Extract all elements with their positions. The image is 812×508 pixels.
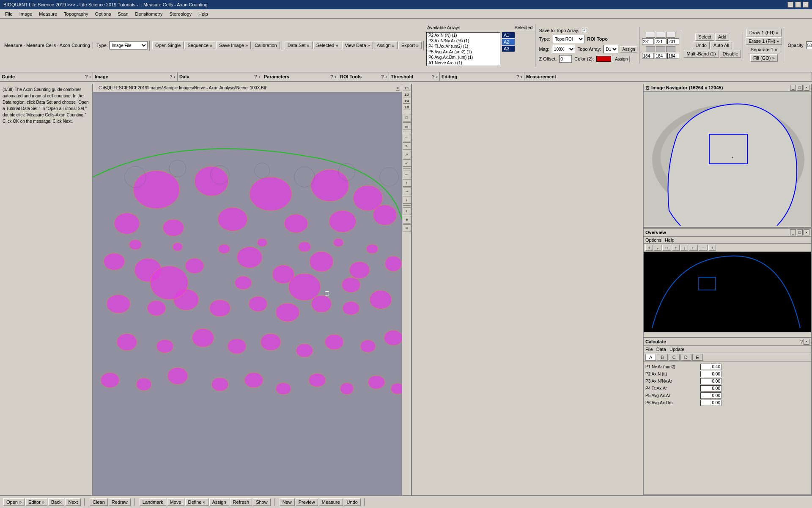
menu-densitometry[interactable]: Densitometry [132,11,166,17]
selected-a1[interactable]: A1 [502,32,515,38]
calc-tab-c[interactable]: C [669,354,680,361]
menu-measure[interactable]: Measure [36,11,60,17]
clean-button-bottom[interactable]: Clean [90,498,108,506]
back-button[interactable]: Back [48,498,64,506]
nav-maximize[interactable]: □ [797,85,803,91]
nav-controls[interactable]: _ □ × [790,85,809,91]
menu-scan[interactable]: Scan [115,11,132,17]
selected-a3[interactable]: A3 [502,46,515,52]
close-button[interactable]: × [803,2,809,8]
guide-q[interactable]: ? [85,74,88,79]
redraw-button[interactable]: Redraw [109,498,131,506]
topo-array-select[interactable]: D1 [604,45,618,53]
fill-button[interactable]: Fill (GO) » [750,54,778,62]
preview-button[interactable]: Preview [296,498,318,506]
rgb-b2-input[interactable] [667,53,679,59]
open-button[interactable]: Open » [3,498,25,506]
menu-file[interactable]: File [2,11,16,17]
rgb-r2-input[interactable] [642,53,654,59]
measure-button[interactable]: Measure [319,498,343,506]
undo-button[interactable]: Undo [693,41,710,49]
data-arrow[interactable]: › [258,74,260,79]
menu-options[interactable]: Options [92,11,115,17]
editor-button[interactable]: Editor » [25,498,47,506]
view-data-button[interactable]: View Data » [342,41,373,49]
type-select[interactable]: Image File [110,41,148,50]
undo-threshold-button[interactable]: Undo [344,498,361,506]
params-q[interactable]: ? [330,74,333,79]
array-item-p2[interactable]: P2 Ax.N (N) (1) [427,33,500,38]
save-topo-checkbox[interactable] [582,28,587,33]
assign-roi-button[interactable]: Assign [209,498,229,506]
landmark-button[interactable]: Landmark [140,498,166,506]
calc-p3-value[interactable] [700,378,721,384]
calc-tab-a[interactable]: A [645,354,656,361]
calc-controls[interactable]: ? × [800,339,809,345]
nav-close[interactable]: × [804,85,809,91]
calc-p4-value[interactable] [700,385,721,392]
calc-menu-data[interactable]: Data [656,347,666,352]
zoom-in[interactable]: + [403,207,411,215]
draw1-button[interactable]: Draw 1 (FH) » [746,29,782,36]
assign-topo-button[interactable]: Assign [620,46,637,52]
overview-right[interactable]: → [699,245,708,251]
arrow-downleft[interactable]: ↙ [403,159,411,167]
zoom-1-2[interactable]: 1:2 [403,92,410,97]
mag-select[interactable]: 100X [552,45,575,53]
overview-canvas[interactable] [644,252,811,332]
image-q[interactable]: ? [170,74,172,79]
color2-swatch[interactable] [596,56,611,62]
navigator-content[interactable] [644,92,811,226]
editing-q[interactable]: ? [516,74,519,79]
array-list[interactable]: P2 Ax.N (N) (1) P3 Ax.N/Nv.Ar (%) (1) P4… [426,32,500,66]
thresh-arrow[interactable]: › [436,74,438,79]
array-item-a1[interactable]: A1 Nerve Area (1) [427,60,500,66]
opacity-input[interactable] [806,41,812,49]
filepath-close[interactable]: × [395,86,400,91]
overview-options[interactable]: Options [645,237,661,243]
add-button[interactable]: Add [715,33,730,41]
erase1-button[interactable]: Erase 1 (FH) » [746,37,782,45]
zoom-fit[interactable]: ⊞ [403,224,411,232]
refresh-button[interactable]: Refresh [230,498,252,506]
calc-p1-value[interactable] [700,364,721,370]
overview-maximize[interactable]: □ [797,229,803,235]
selected-a2[interactable]: A2 [502,39,515,45]
array-item-p5[interactable]: P5 Avg.Ax.Ar (um2) (1) [427,49,500,55]
overview-help[interactable]: Help [665,237,675,243]
arrow-up[interactable]: ↑ [403,179,411,187]
disable-button[interactable]: Disable [720,50,741,58]
zoom-1-4[interactable]: 1:4 [403,98,410,104]
topo-type-select[interactable]: Topo ROI [553,35,584,43]
export-button[interactable]: Export » [398,41,422,49]
auto-all-button[interactable]: Auto All [710,41,732,49]
arrow-down[interactable]: ↓ [403,196,411,204]
menu-image[interactable]: Image [16,11,36,17]
calc-tab-d[interactable]: D [680,354,691,361]
sequence-button[interactable]: Sequence » [184,41,215,49]
calc-tab-e[interactable]: E [692,354,703,361]
arrow-left[interactable]: ← [403,134,411,141]
z-offset-input[interactable] [559,55,572,63]
selected-button[interactable]: Selected » [313,41,341,49]
calc-tab-b[interactable]: B [657,354,667,361]
new-threshold-button[interactable]: New [280,498,295,506]
overview-fit[interactable]: ↔ [662,245,671,251]
overview-up[interactable]: ↑ [672,245,680,251]
overview-close[interactable]: × [804,229,809,235]
show-button[interactable]: Show [253,498,271,506]
nav-minimize[interactable]: _ [790,85,796,91]
zoom-custom[interactable]: ⊕ [403,216,411,224]
rgb-g1-input[interactable] [655,39,667,44]
calc-menu-update[interactable]: Update [669,347,684,352]
zoom-1-1[interactable]: 1:1 [403,86,410,91]
overview-left[interactable]: ← [689,245,698,251]
overview-down[interactable]: ↓ [680,245,688,251]
array-item-a2[interactable]: A2 Axon Area (Auto) (0) [427,66,500,66]
calc-p5-value[interactable] [700,392,721,399]
roi-arrow[interactable]: › [385,74,387,79]
multi-band-button[interactable]: Multi-Band (1) [684,50,719,58]
minimize-img-btn[interactable]: _ [95,86,97,90]
assign-data-button[interactable]: Assign » [374,41,398,49]
move-button[interactable]: Move [167,498,184,506]
